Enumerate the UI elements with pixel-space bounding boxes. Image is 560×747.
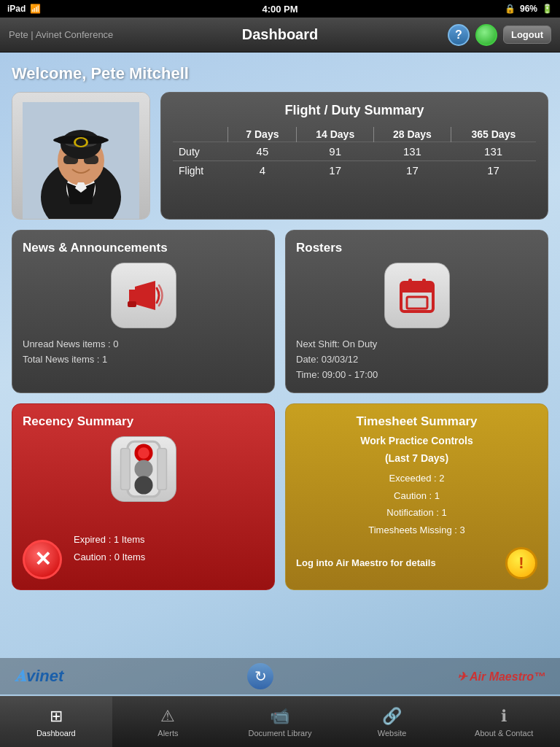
caution-count: Caution : 1 [296,487,537,504]
duty-7d: 45 [228,142,297,161]
news-icon-box [111,263,176,328]
flight-7d: 4 [228,161,297,180]
timesheet-summary-card[interactable]: Timesheet Summary Work Practice Controls… [285,403,548,590]
svg-point-24 [138,448,149,460]
timesheet-subtitle: Work Practice Controls [296,435,537,446]
svg-point-25 [134,460,152,479]
tab-website-label: Website [378,729,407,738]
nav-right-controls: ? Logout [448,24,551,46]
tab-about-contact[interactable]: ℹ About & Contact [448,697,560,747]
expired-badge: ✕ [23,540,62,579]
avinet-logo: 𝐀vinet [15,667,63,686]
col-header-28days: 28 Days [374,127,451,142]
tab-website[interactable]: 🔗 Website [336,697,448,747]
website-icon: 🔗 [382,707,402,726]
battery-level: 96% [520,4,537,14]
next-shift: Next Shift: On Duty [296,337,537,352]
svg-rect-18 [401,288,433,293]
caution-items: Caution : 0 Items [74,549,264,565]
rosters-info: Next Shift: On Duty Date: 03/03/12 Time:… [296,337,537,382]
traffic-light-icon [112,437,176,501]
news-title: News & Announcements [23,241,264,255]
pilot-photo [12,93,149,219]
svg-rect-20 [422,279,426,289]
status-bar-time: 4:00 PM [262,4,298,15]
shift-date: Date: 03/03/12 [296,352,537,368]
tab-dashboard[interactable]: ⊞ Dashboard [0,697,112,747]
documents-icon: 📹 [270,707,289,726]
tab-alerts[interactable]: ⚠ Alerts [112,697,225,747]
table-row: Duty 45 91 131 131 [173,142,536,161]
total-news: Total News items : 1 [23,352,264,368]
news-announcements-card[interactable]: News & Announcements Unread News items :… [12,230,275,393]
recency-title: Recency Summary [23,414,264,429]
status-bar: iPad 📶 4:00 PM 🔒 96% 🔋 [0,0,560,18]
col-header-365days: 365 Days [451,127,536,142]
main-content: Welcome, Pete Mitchell [0,53,560,696]
col-header-7days: 7 Days [228,127,297,142]
device-label: iPad [7,4,26,14]
flight-label: Flight [173,161,228,180]
timesheet-footer: Log into Air Maestro for details ! [296,547,537,579]
col-header-14days: 14 Days [297,127,374,142]
svg-rect-19 [408,279,412,289]
battery-icon: 🔋 [542,4,553,14]
flight-28d: 17 [374,161,451,180]
duty-28d: 131 [374,142,451,161]
wifi-icon: 📶 [30,4,41,14]
tab-document-library[interactable]: 📹 Document Library [224,697,336,747]
svg-point-13 [76,139,86,146]
timesheet-footer-text: Log into Air Maestro for details [296,557,436,568]
svg-point-26 [134,476,152,495]
notification-count: Notification : 1 [296,504,537,521]
nav-title: Dashboard [242,26,318,43]
dashboard-icon: ⊞ [50,707,63,726]
help-button[interactable]: ? [448,24,470,46]
footer-branding: 𝐀vinet ↻ ✈ Air Maestro™ [0,658,560,694]
air-maestro-logo: ✈ Air Maestro™ [457,670,545,684]
svg-rect-27 [120,449,130,490]
recency-icon-box [111,436,176,502]
tab-documents-label: Document Library [249,729,312,738]
recency-summary-card[interactable]: Recency Summary ✕ [12,403,275,590]
table-row: Flight 4 17 17 17 [173,161,536,180]
svg-rect-21 [407,297,427,309]
bottom-row: Recency Summary ✕ [12,403,548,590]
recency-info: Expired : 1 Items Caution : 0 Items [74,531,264,565]
profile-card [12,92,150,220]
expired-items: Expired : 1 Items [74,531,264,548]
rosters-card[interactable]: Rosters Next Shift: On Duty Date: 0 [285,230,548,393]
tab-dashboard-label: Dashboard [36,729,76,738]
svg-rect-15 [128,301,136,307]
nav-bar: Pete | Avinet Conference Dashboard ? Log… [0,18,560,53]
shift-time: Time: 09:00 - 17:00 [296,368,537,383]
alerts-icon: ⚠ [160,707,175,726]
duty-14d: 91 [297,142,374,161]
welcome-message: Welcome, Pete Mitchell [12,64,548,83]
rosters-title: Rosters [296,241,537,255]
megaphone-icon [123,275,164,316]
refresh-button[interactable]: ↻ [247,663,273,689]
top-section: Flight / Duty Summary 7 Days 14 Days 28 … [12,92,548,220]
duty-label: Duty [173,142,228,161]
warning-badge: ! [505,547,537,579]
status-bar-left: iPad 📶 [7,4,41,14]
lock-icon: 🔒 [505,4,516,14]
flight-summary-table: 7 Days 14 Days 28 Days 365 Days Duty 45 … [173,127,536,179]
nav-user-label: Pete | Avinet Conference [9,29,113,40]
unread-news: Unread News items : 0 [23,337,264,352]
timesheet-title: Timesheet Summary [296,414,537,429]
status-bar-right: 🔒 96% 🔋 [505,4,553,14]
svg-rect-28 [157,449,166,490]
middle-row: News & Announcements Unread News items :… [12,230,548,393]
flight-duty-summary-card[interactable]: Flight / Duty Summary 7 Days 14 Days 28 … [160,92,548,220]
news-info: Unread News items : 0 Total News items :… [23,337,264,368]
rosters-icon-box [384,263,450,328]
calendar-icon [397,275,438,316]
timesheet-period: (Last 7 Days) [296,452,537,464]
flight-14d: 17 [297,161,374,180]
exceeded-count: Exceeded : 2 [296,470,537,487]
col-header-empty [173,127,228,142]
logout-button[interactable]: Logout [503,26,551,44]
timesheet-info: Exceeded : 2 Caution : 1 Notification : … [296,470,537,538]
